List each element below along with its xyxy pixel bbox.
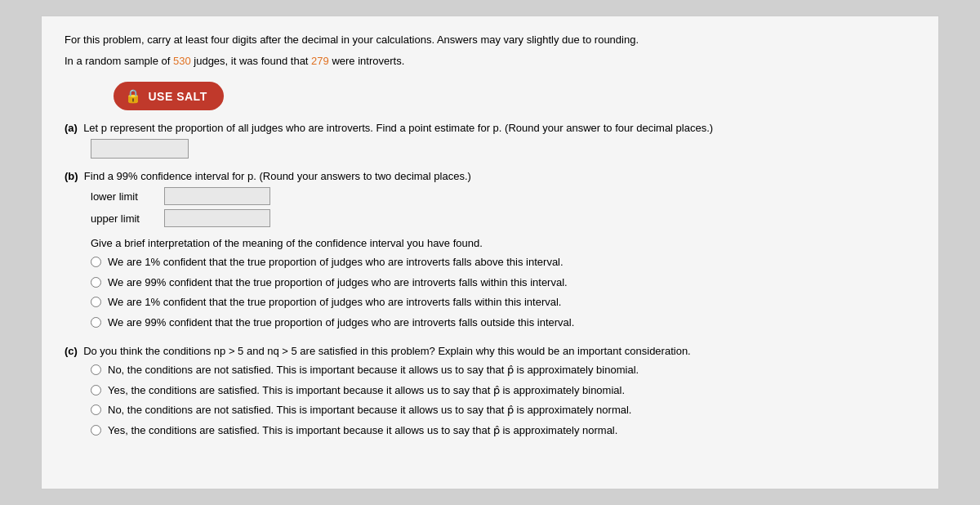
radio-option-b3: We are 1% confident that the true propor… bbox=[91, 294, 915, 311]
main-container: For this problem, carry at least four di… bbox=[41, 16, 939, 489]
part-a-answer-input[interactable] bbox=[91, 139, 189, 159]
lower-limit-input[interactable] bbox=[164, 187, 270, 205]
radio-c4[interactable] bbox=[91, 425, 101, 436]
section-c-label: (c) Do you think the conditions np > 5 a… bbox=[65, 345, 915, 357]
section-c: (c) Do you think the conditions np > 5 a… bbox=[65, 345, 915, 438]
radio-c1-label: No, the conditions are not satisfied. Th… bbox=[108, 362, 639, 378]
upper-limit-label: upper limit bbox=[91, 212, 156, 225]
radio-option-c3: No, the conditions are not satisfied. Th… bbox=[91, 402, 915, 418]
radio-option-c4: Yes, the conditions are satisfied. This … bbox=[91, 422, 915, 439]
radio-option-b1: We are 1% confident that the true propor… bbox=[91, 254, 915, 270]
use-salt-button[interactable]: 🔒 USE SALT bbox=[114, 82, 224, 110]
interpretation-section: Give a brief interpretation of the meani… bbox=[91, 237, 915, 330]
part-a-input-container bbox=[91, 139, 915, 159]
radio-b1-label: We are 1% confident that the true propor… bbox=[108, 254, 564, 270]
radio-option-c1: No, the conditions are not satisfied. Th… bbox=[91, 362, 915, 378]
radio-b2[interactable] bbox=[91, 277, 101, 288]
radio-b4-label: We are 99% confident that the true propo… bbox=[108, 315, 574, 331]
radio-b2-label: We are 99% confident that the true propo… bbox=[108, 275, 568, 291]
intro-line1: For this problem, carry at least four di… bbox=[65, 31, 915, 49]
radio-b3-label: We are 1% confident that the true propor… bbox=[108, 294, 561, 311]
upper-limit-input[interactable] bbox=[164, 209, 270, 227]
lock-icon: 🔒 bbox=[125, 88, 142, 104]
radio-c3[interactable] bbox=[91, 404, 101, 415]
radio-c2-label: Yes, the conditions are satisfied. This … bbox=[108, 382, 625, 399]
lower-limit-label: lower limit bbox=[91, 190, 156, 203]
radio-b3[interactable] bbox=[91, 297, 101, 307]
section-a-label: (a) Let p represent the proportion of al… bbox=[65, 122, 915, 134]
interpretation-title: Give a brief interpretation of the meani… bbox=[91, 237, 915, 249]
radio-option-b2: We are 99% confident that the true propo… bbox=[91, 275, 915, 291]
radio-option-b4: We are 99% confident that the true propo… bbox=[91, 315, 915, 331]
radio-option-c2: Yes, the conditions are satisfied. This … bbox=[91, 382, 915, 399]
radio-c2[interactable] bbox=[91, 385, 101, 396]
radio-b1[interactable] bbox=[91, 257, 101, 267]
section-b: (b) Find a 99% confidence interval for p… bbox=[65, 170, 915, 330]
radio-c1[interactable] bbox=[91, 364, 101, 375]
sample-size: 530 bbox=[173, 55, 191, 67]
radio-c3-label: No, the conditions are not satisfied. Th… bbox=[108, 402, 631, 418]
upper-limit-row: upper limit bbox=[91, 209, 915, 227]
section-b-label: (b) Find a 99% confidence interval for p… bbox=[65, 170, 915, 182]
radio-c4-label: Yes, the conditions are satisfied. This … bbox=[108, 422, 617, 439]
salt-btn-container: 🔒 USE SALT bbox=[114, 82, 915, 110]
radio-b4[interactable] bbox=[91, 317, 101, 328]
intro-line2: In a random sample of 530 judges, it was… bbox=[65, 52, 915, 70]
lower-limit-row: lower limit bbox=[91, 187, 915, 205]
introvert-count: 279 bbox=[311, 55, 329, 67]
section-a: (a) Let p represent the proportion of al… bbox=[65, 122, 915, 159]
